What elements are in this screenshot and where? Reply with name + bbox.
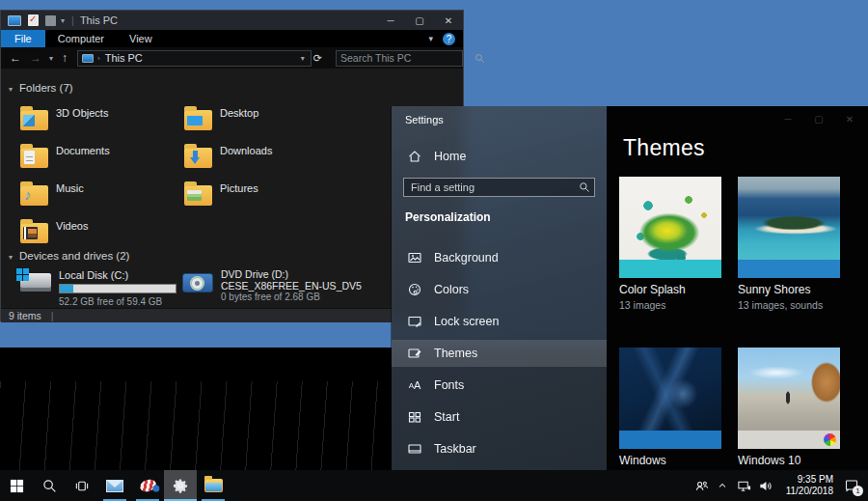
window-title: This PC — [80, 14, 118, 26]
address-dropdown-icon[interactable]: ▾ — [301, 54, 305, 63]
maximize-button[interactable]: ▢ — [405, 11, 434, 30]
folder-icon — [184, 110, 212, 130]
settings-search-box[interactable] — [403, 178, 595, 197]
fonts-icon: AA — [407, 377, 422, 393]
folder-tile-pictures[interactable]: Pictures — [184, 179, 340, 213]
capacity-bar — [59, 284, 176, 293]
theme-thumbnail — [738, 177, 840, 278]
sidebar-item-lock-screen[interactable]: Lock screen — [392, 308, 607, 335]
explorer-search-box[interactable] — [336, 50, 463, 67]
drive-tile-local-disk[interactable]: Local Disk (C:) 52.2 GB free of 59.4 GB — [18, 265, 176, 307]
settings-search-input[interactable] — [404, 181, 579, 193]
maximize-button[interactable]: ▢ — [803, 110, 834, 127]
search-icon[interactable] — [475, 53, 485, 64]
ribbon-collapse-icon[interactable]: ▾ — [428, 34, 433, 43]
folder-tile-downloads[interactable]: Downloads — [184, 141, 340, 176]
taskbar-settings-button[interactable] — [164, 470, 197, 501]
group-header-folders[interactable]: ▾Folders (7) — [9, 82, 73, 94]
minimize-button[interactable]: ─ — [773, 110, 803, 127]
folder-tile-desktop[interactable]: Desktop — [184, 103, 340, 138]
sidebar-item-taskbar[interactable]: Taskbar — [392, 435, 607, 462]
group-collapse-icon[interactable]: ▾ — [9, 253, 13, 262]
folder-icon — [20, 223, 48, 243]
this-pc-icon — [8, 15, 21, 26]
folder-tile-3d-objects[interactable]: 3D Objects — [20, 103, 176, 138]
dvd-drive-icon — [182, 271, 215, 294]
settings-title: Settings — [405, 114, 444, 125]
action-center-button[interactable]: 1 — [835, 470, 868, 501]
sidebar-item-themes[interactable]: Themes — [392, 340, 607, 367]
folder-tile-music[interactable]: ♪ Music — [20, 179, 176, 213]
minimize-button[interactable]: ─ — [376, 11, 405, 30]
tab-computer[interactable]: Computer — [45, 30, 117, 47]
explorer-search-input[interactable] — [337, 52, 475, 64]
taskbar-clock[interactable]: 9:35 PM 11/20/2018 — [775, 474, 835, 497]
tab-view[interactable]: View — [117, 30, 165, 47]
taskbar: 9:35 PM 11/20/2018 1 — [0, 470, 868, 501]
taskbar-search-button[interactable] — [33, 470, 66, 501]
sidebar-item-start[interactable]: Start — [392, 404, 607, 431]
people-icon[interactable] — [691, 470, 712, 501]
theme-card-sunny-shores[interactable]: Sunny Shores 13 images, sounds — [738, 177, 840, 311]
taskbar-icon — [407, 441, 422, 457]
taskbar-mail-button[interactable] — [98, 470, 131, 501]
back-button[interactable]: ← — [10, 51, 21, 65]
settings-sidebar: Settings Home Personalization — [392, 106, 607, 470]
close-button[interactable]: ✕ — [434, 11, 463, 30]
cube-icon — [23, 115, 35, 126]
hidden-icons-chevron-icon[interactable] — [712, 470, 733, 501]
settings-window: Settings Home Personalization — [391, 106, 868, 470]
explorer-titlebar[interactable]: ▾ | This PC ─ ▢ ✕ — [1, 11, 463, 30]
taskbar-file-explorer-button[interactable] — [197, 470, 230, 501]
sidebar-item-fonts[interactable]: AA Fonts — [392, 372, 607, 399]
folder-tile-videos[interactable]: Videos — [20, 216, 176, 251]
folder-icon — [184, 185, 212, 206]
palette-icon — [407, 282, 422, 297]
gear-icon — [173, 478, 188, 493]
close-button[interactable]: ✕ — [834, 110, 865, 127]
page-title: Themes — [623, 135, 705, 161]
breadcrumb[interactable]: This PC — [105, 52, 143, 64]
task-view-button[interactable] — [66, 470, 98, 501]
recent-locations-chevron-icon[interactable]: ▾ — [49, 54, 53, 63]
help-icon[interactable]: ? — [443, 33, 455, 45]
mail-icon — [106, 480, 123, 492]
volume-icon[interactable] — [754, 470, 775, 501]
refresh-icon[interactable]: ⟳ — [313, 52, 322, 65]
image-icon — [407, 250, 422, 265]
breadcrumb-separator: › — [97, 54, 100, 63]
notification-badge: 1 — [853, 486, 863, 496]
search-icon — [42, 479, 57, 493]
monitor-icon — [187, 116, 203, 125]
start-grid-icon — [407, 409, 422, 425]
brush-icon — [407, 346, 422, 361]
sidebar-item-home[interactable]: Home — [392, 143, 607, 170]
up-button[interactable]: ↑ — [62, 51, 68, 65]
address-bar[interactable]: › This PC ▾ — [77, 50, 312, 67]
taskbar-app-button[interactable] — [131, 470, 164, 501]
theme-card-windows[interactable]: Windows — [619, 348, 721, 467]
forward-button[interactable]: → — [30, 51, 41, 65]
group-collapse-icon[interactable]: ▾ — [9, 85, 13, 94]
home-icon — [407, 149, 422, 164]
ribbon-tabs: File Computer View ▾ ? — [1, 30, 463, 47]
picture-icon — [187, 190, 202, 201]
film-icon — [23, 227, 38, 239]
theme-card-color-splash[interactable]: Color Splash 13 images — [619, 177, 721, 311]
settings-main: ─ ▢ ✕ Themes Color Splash 13 images Sunn… — [607, 106, 868, 470]
theme-thumbnail — [738, 348, 840, 449]
folder-tile-documents[interactable]: Documents — [20, 141, 176, 176]
properties-icon[interactable] — [28, 14, 39, 26]
sidebar-item-colors[interactable]: Colors — [392, 276, 607, 303]
tab-file[interactable]: File — [1, 30, 45, 47]
sidebar-item-background[interactable]: Background — [392, 244, 607, 271]
drive-tile-dvd[interactable]: DVD Drive (D:) CESE_X86FREE_EN-US_DV5 0 … — [182, 265, 362, 303]
qat-customize-chevron-icon[interactable]: ▾ — [61, 16, 65, 25]
network-icon[interactable] — [733, 470, 754, 501]
theme-card-windows-10[interactable]: Windows 10 — [738, 348, 840, 467]
group-header-devices[interactable]: ▾Devices and drives (2) — [9, 250, 129, 262]
document-icon — [24, 151, 35, 164]
start-button[interactable] — [0, 470, 33, 501]
new-folder-icon[interactable] — [45, 15, 56, 26]
search-icon[interactable] — [579, 181, 590, 193]
